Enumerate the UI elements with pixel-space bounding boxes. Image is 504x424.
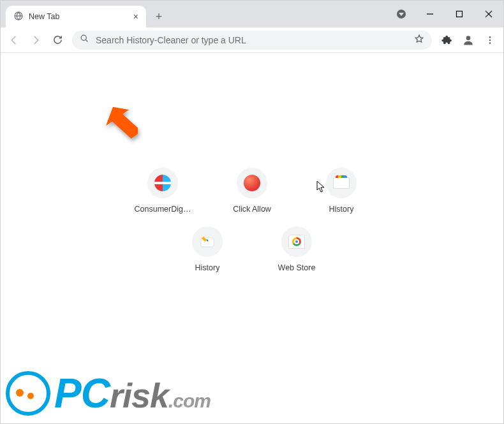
reload-button[interactable]	[48, 31, 67, 50]
shortcut-icon-wrap	[237, 168, 267, 198]
shortcut-icon-wrap	[326, 168, 357, 198]
tab-new-tab[interactable]: New Tab ×	[6, 6, 146, 27]
new-tab-page: ConsumerDig… Click Allow History History	[1, 53, 503, 423]
chevron-down-icon	[397, 10, 406, 18]
shortcut-label: History	[329, 205, 354, 214]
tab-title: New Tab	[29, 12, 59, 21]
window-maximize-button[interactable]	[445, 1, 474, 27]
close-icon	[485, 10, 493, 18]
extensions-button[interactable]	[437, 31, 456, 50]
window-minimize-button[interactable]	[415, 1, 445, 27]
shortcut-history-1[interactable]: History	[306, 168, 376, 214]
shortcut-icon-wrap	[147, 168, 178, 198]
close-tab-icon[interactable]: ×	[133, 11, 138, 22]
shortcut-icon-wrap	[192, 226, 223, 257]
svg-point-5	[81, 35, 86, 40]
chrome-logo-icon	[292, 237, 301, 246]
watermark-text: PCrisk.com	[54, 370, 211, 417]
minimize-icon	[426, 10, 434, 18]
shortcut-label: Web Store	[278, 263, 316, 272]
arrow-left-icon	[8, 34, 20, 46]
shortcut-web-store[interactable]: Web Store	[262, 226, 332, 272]
svg-point-9	[489, 39, 491, 41]
pcrisk-logo-icon	[6, 371, 50, 416]
history-brush-icon	[200, 234, 215, 249]
svg-point-7	[466, 36, 471, 40]
maximize-icon	[456, 10, 463, 18]
back-button[interactable]	[4, 31, 24, 50]
arrow-right-icon	[30, 34, 41, 46]
svg-line-6	[85, 40, 87, 41]
window-close-button[interactable]	[474, 1, 503, 27]
shortcut-consumerdig[interactable]: ConsumerDig…	[128, 168, 198, 214]
web-store-icon	[288, 235, 305, 249]
tab-strip: New Tab × +	[1, 1, 503, 27]
svg-point-8	[489, 36, 491, 38]
annotation-arrow-icon	[100, 104, 138, 149]
browser-window: New Tab × +	[0, 0, 504, 424]
shortcut-label: History	[195, 263, 220, 272]
caption-dropdown[interactable]	[392, 5, 410, 23]
address-input[interactable]	[96, 35, 408, 45]
consumer-icon	[154, 175, 171, 191]
forward-button[interactable]	[26, 31, 45, 50]
star-icon[interactable]	[414, 34, 424, 47]
profile-button[interactable]	[459, 31, 478, 50]
reload-icon	[52, 34, 63, 45]
shortcut-click-allow[interactable]: Click Allow	[217, 168, 287, 214]
puzzle-icon	[441, 34, 452, 45]
avatar-icon	[462, 34, 475, 47]
window-controls	[392, 1, 503, 27]
shortcut-label: Click Allow	[233, 205, 271, 214]
shortcut-label: ConsumerDig…	[135, 205, 191, 214]
shortcut-icon-wrap	[281, 226, 312, 257]
red-sphere-icon	[244, 175, 260, 191]
omnibox[interactable]	[72, 31, 432, 50]
kebab-icon	[485, 35, 495, 45]
shortcut-history-2[interactable]: History	[172, 226, 242, 272]
menu-button[interactable]	[480, 31, 500, 50]
new-tab-button[interactable]: +	[150, 8, 168, 26]
globe-icon	[13, 11, 24, 23]
svg-rect-2	[457, 11, 463, 17]
watermark: PCrisk.com	[6, 370, 211, 417]
toolbar	[1, 27, 503, 53]
search-icon	[80, 34, 89, 46]
svg-point-10	[489, 42, 491, 44]
history-window-icon	[333, 177, 350, 189]
shortcut-grid: ConsumerDig… Click Allow History History	[118, 168, 386, 272]
